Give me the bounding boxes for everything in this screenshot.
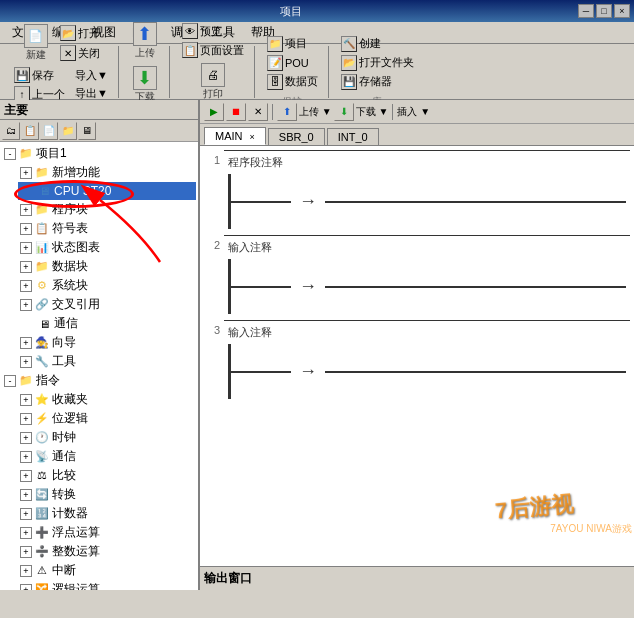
save-button[interactable]: 💾 保存 (10, 66, 69, 84)
open-button[interactable]: 📂 打开 (56, 24, 104, 42)
tree-item-interrupt[interactable]: + ⚠ 中断 (18, 561, 196, 580)
panel-btn-4[interactable]: 📁 (59, 122, 77, 140)
upload-rt-button[interactable]: ⬆ (277, 103, 297, 121)
panel-btn-2[interactable]: 📋 (21, 122, 39, 140)
tools-toggle[interactable]: + (20, 356, 32, 368)
upload-button[interactable]: ⬆ 上传 (127, 20, 163, 62)
tree-item-wizard[interactable]: + 🧙 向导 (18, 333, 196, 352)
pou-button[interactable]: 📝 POU (263, 54, 322, 72)
program-toggle[interactable]: + (20, 204, 32, 216)
download-rt-button[interactable]: ⬇ (334, 103, 354, 121)
new-button[interactable]: 📄 新建 (18, 22, 54, 64)
cpu-icon: 🖥 (36, 183, 52, 199)
page-setup-button[interactable]: 📋 页面设置 (178, 41, 248, 59)
tab-main-close[interactable]: × (250, 132, 255, 142)
stop-button[interactable]: ⏹ (226, 103, 246, 121)
instructions-toggle[interactable]: - (4, 375, 16, 387)
tab-int0-label: INT_0 (338, 131, 368, 143)
logic-ops-toggle[interactable]: + (20, 584, 32, 591)
rung-1: 1 程序段注释 → (204, 150, 630, 233)
rung-2-h-line (231, 286, 291, 288)
panel-btn-1[interactable]: 🗂 (2, 122, 20, 140)
tree-root[interactable]: - 📁 项目1 (2, 144, 196, 163)
tree-item-bit-logic[interactable]: + ⚡ 位逻辑 (18, 409, 196, 428)
convert-icon: 🔄 (34, 487, 50, 503)
tree-item-symbol[interactable]: + 📋 符号表 (18, 219, 196, 238)
tree-instructions-root[interactable]: - 📁 指令 (2, 371, 196, 390)
rung-3-h-line (231, 371, 291, 373)
close-file-button[interactable]: ✕ 关闭 (56, 44, 104, 62)
logic-ops-label: 逻辑运算 (52, 581, 100, 590)
tree-item-new-feature[interactable]: + 📁 新增功能 (18, 163, 196, 182)
int-math-toggle[interactable]: + (20, 546, 32, 558)
panel-btn-5[interactable]: 🖥 (78, 122, 96, 140)
tab-main[interactable]: MAIN × (204, 127, 266, 145)
tree-item-favorites[interactable]: + ⭐ 收藏夹 (18, 390, 196, 409)
new-feature-toggle[interactable]: + (20, 167, 32, 179)
datapage-icon: 🗄 (267, 74, 283, 90)
float-toggle[interactable]: + (20, 527, 32, 539)
maximize-button[interactable]: □ (596, 4, 612, 18)
close-button[interactable]: × (614, 4, 630, 18)
watermark: 7后游视 7AYOU NIWA游戏 (434, 478, 634, 538)
open-folder-button[interactable]: 📂 打开文件夹 (337, 54, 418, 72)
tree-item-convert[interactable]: + 🔄 转换 (18, 485, 196, 504)
interrupt-toggle[interactable]: + (20, 565, 32, 577)
tree-item-clock[interactable]: + 🕐 时钟 (18, 428, 196, 447)
convert-toggle[interactable]: + (20, 489, 32, 501)
datapage-button[interactable]: 🗄 数据页 (263, 73, 322, 91)
compare-toggle[interactable]: + (20, 470, 32, 482)
bit-logic-toggle[interactable]: + (20, 413, 32, 425)
tree-item-xref[interactable]: + 🔗 交叉引用 (18, 295, 196, 314)
comm2-toggle[interactable]: + (20, 451, 32, 463)
project-button[interactable]: 📁 项目 (263, 35, 322, 53)
clock-toggle[interactable]: + (20, 432, 32, 444)
pou-label: POU (285, 57, 309, 69)
tab-sbr0[interactable]: SBR_0 (268, 128, 325, 145)
new-label: 新建 (26, 48, 46, 62)
tree-item-sysblock[interactable]: + ⚙ 系统块 (18, 276, 196, 295)
favorites-toggle[interactable]: + (20, 394, 32, 406)
minimize-button[interactable]: ─ (578, 4, 594, 18)
tree-item-status[interactable]: + 📊 状态图表 (18, 238, 196, 257)
tree-item-compare[interactable]: + ⚖ 比较 (18, 466, 196, 485)
status-toggle[interactable]: + (20, 242, 32, 254)
run-button[interactable]: ▶ (204, 103, 224, 121)
bit-logic-icon: ⚡ (34, 411, 50, 427)
comm2-label: 通信 (52, 448, 76, 465)
tree-item-cpu[interactable]: 🖥 CPU ST20 (18, 182, 196, 200)
counter-toggle[interactable]: + (20, 508, 32, 520)
tree-item-tools[interactable]: + 🔧 工具 (18, 352, 196, 371)
tree-item-program[interactable]: + 📁 程序块 (18, 200, 196, 219)
rung-1-number: 1 (204, 150, 224, 166)
tree-item-comm2[interactable]: + 📡 通信 (18, 447, 196, 466)
symbol-toggle[interactable]: + (20, 223, 32, 235)
wizard-toggle[interactable]: + (20, 337, 32, 349)
sysblock-toggle[interactable]: + (20, 280, 32, 292)
storage-button[interactable]: 💾 存储器 (337, 73, 418, 91)
create-button[interactable]: 🔨 创建 (337, 35, 418, 53)
rung-3-ladder-line: → (228, 344, 626, 399)
tree-item-counter[interactable]: + 🔢 计数器 (18, 504, 196, 523)
rung-3: 3 输入注释 → (204, 320, 630, 403)
tree-item-datablock[interactable]: + 📁 数据块 (18, 257, 196, 276)
tab-int0[interactable]: INT_0 (327, 128, 379, 145)
counter-label: 计数器 (52, 505, 88, 522)
import-button[interactable]: 导入▼ (71, 67, 112, 84)
preview-button[interactable]: 👁 预览 (178, 22, 248, 40)
xref-toggle[interactable]: + (20, 299, 32, 311)
print-button[interactable]: 🖨 打印 (195, 61, 231, 103)
tree-item-logic-ops[interactable]: + 🔀 逻辑运算 (18, 580, 196, 590)
panel-btn-3[interactable]: 📄 (40, 122, 58, 140)
tree-item-comm[interactable]: 🖥 通信 (18, 314, 196, 333)
tree-item-int-math[interactable]: + ➗ 整数运算 (18, 542, 196, 561)
root-toggle[interactable]: - (4, 148, 16, 160)
rt-btn-3[interactable]: ✕ (248, 103, 268, 121)
status-label: 状态图表 (52, 239, 100, 256)
int-math-icon: ➗ (34, 544, 50, 560)
tree-item-float[interactable]: + ➕ 浮点运算 (18, 523, 196, 542)
main-area: 主要 🗂 📋 📄 📁 🖥 - 📁 (0, 100, 634, 590)
title-bar: 项目 ─ □ × (0, 0, 634, 22)
datablock-toggle[interactable]: + (20, 261, 32, 273)
watermark-sub: 7AYOU NIWA游戏 (550, 522, 632, 536)
